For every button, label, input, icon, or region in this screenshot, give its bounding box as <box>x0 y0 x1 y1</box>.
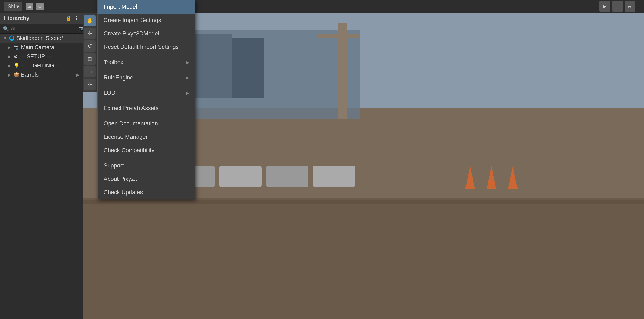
lighting-label: --- LIGHTING --- <box>21 62 61 69</box>
menu-divider <box>98 100 195 101</box>
move-tool[interactable]: ✛ <box>84 28 96 39</box>
submenu-arrow-icon: ▶ <box>186 90 189 96</box>
menu-divider <box>98 158 195 158</box>
menu-item-label: LOD <box>104 90 116 96</box>
barrels-more: ▶ <box>76 72 80 77</box>
hierarchy-item-lighting[interactable]: ▶ 💡 --- LIGHTING --- <box>0 61 82 70</box>
scale-tool[interactable]: ⊞ <box>84 53 96 65</box>
menu-item-import-model[interactable]: Import Model <box>98 0 195 13</box>
menu-item-label: About Pixyz... <box>104 176 139 182</box>
play-controls: ▶ ⏸ ⏭ <box>599 1 636 12</box>
hierarchy-header: Hierarchy 🔒 ⋮ <box>0 13 82 24</box>
hierarchy-item-barrels[interactable]: ▶ 📦 Barrels ▶ <box>0 70 82 79</box>
menu-item-toolbox[interactable]: Toolbox▶ <box>98 56 195 69</box>
svg-rect-11 <box>313 166 355 187</box>
more-icon[interactable]: ⋮ <box>74 15 79 21</box>
lighting-arrow: ▶ <box>8 63 12 68</box>
hand-tool[interactable]: ✋ <box>84 15 96 26</box>
sn-dropdown[interactable]: SN ▾ <box>4 2 22 11</box>
top-bar-right: ▶ ⏸ ⏭ <box>599 1 636 12</box>
hierarchy-header-icons: 🔒 ⋮ <box>66 15 79 21</box>
hierarchy-item-setup[interactable]: ▶ ⚙ --- SETUP --- <box>0 52 82 61</box>
search-icon: 🔍 <box>3 26 9 31</box>
setup-icon: ⚙ <box>14 54 18 59</box>
menu-item-label: License Manager <box>104 134 148 140</box>
menu-item-extract-prefab[interactable]: Extract Prefab Assets <box>98 102 195 115</box>
setup-arrow: ▶ <box>8 54 12 59</box>
menu-divider <box>98 116 195 116</box>
play-button[interactable]: ▶ <box>599 1 610 12</box>
camera-icon-h: 📷 <box>14 45 19 50</box>
barrels-icon: 📦 <box>14 72 19 78</box>
menu-divider <box>98 85 195 85</box>
main-camera-arrow: ▶ <box>8 45 12 50</box>
submenu-arrow-icon: ▶ <box>186 75 189 80</box>
menu-item-license-manager[interactable]: License Manager <box>98 130 195 144</box>
menu-item-reset-default[interactable]: Reset Default Import Settings <box>98 40 195 54</box>
hierarchy-title: Hierarchy <box>4 15 29 21</box>
menu-item-check-compat[interactable]: Check Compatibility <box>98 144 195 157</box>
menu-item-about[interactable]: About Pixyz... <box>98 172 195 186</box>
transform-tool[interactable]: ⊹ <box>84 79 96 90</box>
barrels-arrow: ▶ <box>8 72 12 77</box>
svg-rect-3 <box>189 34 232 98</box>
settings-icon[interactable]: ⚙ <box>36 3 44 10</box>
hierarchy-item-main-camera[interactable]: ▶ 📷 Main Camera <box>0 43 82 52</box>
svg-rect-17 <box>508 187 518 189</box>
menu-item-label: Reset Default Import Settings <box>104 44 179 50</box>
top-bar: SN ▾ ☁ ⚙ ▶ ⏸ ⏭ <box>0 0 644 13</box>
tool-panel: ✋ ✛ ↺ ⊞ ▭ ⊹ <box>83 13 97 92</box>
setup-label: --- SETUP --- <box>20 53 52 60</box>
scene-icon: 🌐 <box>9 35 15 41</box>
pause-button[interactable]: ⏸ <box>612 1 623 12</box>
cloud-icon[interactable]: ☁ <box>26 3 33 10</box>
sn-label: SN <box>8 3 15 10</box>
scene-name: Skidloader_Scene* <box>16 35 64 41</box>
barrels-label: Barrels <box>21 71 38 78</box>
menu-item-label: RuleEngine <box>104 74 134 81</box>
menu-item-open-docs[interactable]: Open Documentation <box>98 117 195 130</box>
menu-item-lod[interactable]: LOD▶ <box>98 86 195 100</box>
main-camera-label: Main Camera <box>21 44 54 50</box>
step-button[interactable]: ⏭ <box>625 1 636 12</box>
menu-divider <box>98 70 195 70</box>
svg-rect-18 <box>83 200 644 319</box>
menu-item-label: Support... <box>104 162 128 169</box>
svg-rect-4 <box>232 38 264 98</box>
hierarchy-search-bar: 🔍 📷 <box>0 24 82 33</box>
menu-item-create-import-settings[interactable]: Create Import Settings <box>98 13 195 27</box>
menu-item-ruleengine[interactable]: RuleEngine▶ <box>98 71 195 84</box>
hierarchy-panel: Hierarchy 🔒 ⋮ 🔍 📷 ▼ 🌐 Skidloader_Scene* … <box>0 13 83 319</box>
svg-rect-10 <box>266 166 308 187</box>
scene-arrow: ▼ <box>3 36 7 40</box>
context-menu: Import ModelCreate Import SettingsCreate… <box>98 0 195 199</box>
scene-more-icon[interactable]: ⋮ <box>75 35 80 41</box>
menu-item-label: Create Import Settings <box>104 17 161 23</box>
lighting-icon: 💡 <box>14 63 19 68</box>
hierarchy-scene-root[interactable]: ▼ 🌐 Skidloader_Scene* ⋮ <box>0 33 82 43</box>
menu-item-support[interactable]: Support... <box>98 159 195 172</box>
svg-rect-9 <box>219 166 262 187</box>
menu-item-check-updates[interactable]: Check Updates <box>98 186 195 199</box>
svg-rect-15 <box>486 187 496 189</box>
menu-item-create-pixyz3dmodel[interactable]: Create Pixyz3DModel <box>98 27 195 40</box>
rect-tool[interactable]: ▭ <box>84 66 96 77</box>
submenu-arrow-icon: ▶ <box>186 60 189 65</box>
menu-item-label: Extract Prefab Assets <box>104 105 158 112</box>
rotate-tool[interactable]: ↺ <box>84 40 96 52</box>
svg-rect-6 <box>317 34 360 38</box>
menu-item-label: Open Documentation <box>104 120 158 127</box>
hierarchy-search-input[interactable] <box>11 26 74 32</box>
menu-item-label: Create Pixyz3DModel <box>104 30 159 37</box>
menu-item-label: Check Updates <box>104 189 143 196</box>
sn-dropdown-arrow: ▾ <box>16 3 19 10</box>
menu-item-label: Import Model <box>104 3 137 10</box>
lock-icon[interactable]: 🔒 <box>66 15 72 21</box>
menu-item-label: Check Compatibility <box>104 147 154 154</box>
svg-rect-13 <box>465 187 475 189</box>
menu-item-label: Toolbox <box>104 59 124 66</box>
top-bar-left: SN ▾ ☁ ⚙ <box>4 2 44 11</box>
